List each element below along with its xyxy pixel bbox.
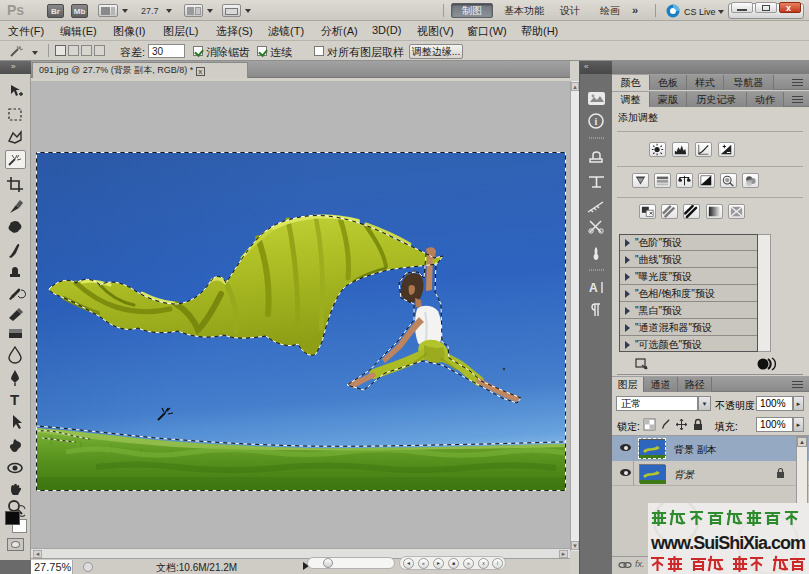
svg-text:A: A (589, 281, 598, 295)
svg-text:i: i (595, 116, 598, 127)
svg-text:T: T (10, 391, 19, 408)
svg-text:www.SuiShiXia.com: www.SuiShiXia.com (650, 533, 806, 553)
